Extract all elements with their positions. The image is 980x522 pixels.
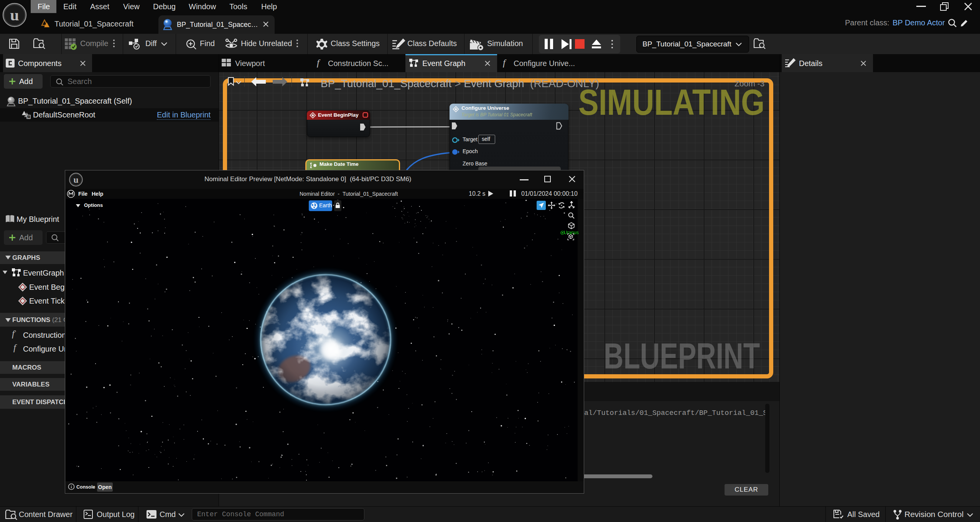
svg-text:u: u — [10, 6, 19, 24]
svg-text:C: C — [28, 116, 30, 119]
svg-text:u: u — [73, 175, 78, 185]
